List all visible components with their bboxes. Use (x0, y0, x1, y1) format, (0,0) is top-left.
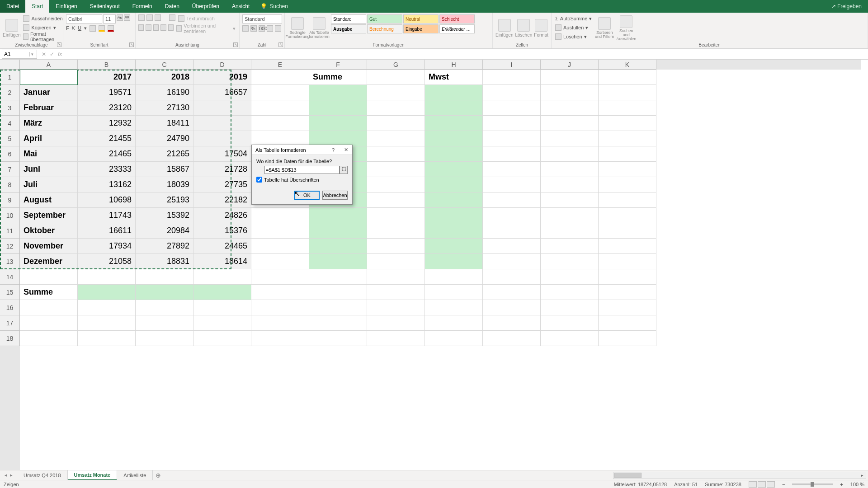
sheet-tab-artikelliste[interactable]: Artikelliste (117, 470, 153, 480)
share-button[interactable]: ↗ Freigeben (831, 3, 862, 9)
cell-K8[interactable] (599, 177, 656, 192)
cell-H10[interactable] (425, 208, 483, 223)
cell-I9[interactable] (483, 192, 541, 208)
cell-K11[interactable] (599, 223, 656, 239)
column-header-F[interactable]: F (309, 60, 367, 70)
cell-B14[interactable] (78, 269, 136, 285)
cell-D8[interactable]: 27735 (193, 177, 251, 192)
sheet-nav[interactable]: ◂▸ (0, 472, 17, 478)
dialog-help-button[interactable]: ? (327, 145, 340, 155)
cell-C17[interactable] (136, 315, 193, 331)
row-header-3[interactable]: 3 (0, 100, 20, 116)
row-header-10[interactable]: 10 (0, 208, 20, 223)
cell-H5[interactable] (425, 131, 483, 146)
cell-I8[interactable] (483, 177, 541, 192)
cell-E4[interactable] (251, 116, 309, 131)
cell-F16[interactable] (309, 300, 367, 315)
cell-H4[interactable] (425, 116, 483, 131)
cell-E2[interactable] (251, 85, 309, 100)
add-sheet-button[interactable]: ⊕ (153, 472, 164, 479)
copy-button[interactable]: Kopieren ▾ (22, 23, 63, 32)
cell-G4[interactable] (367, 116, 425, 131)
scroll-right-icon[interactable]: ▸ (859, 472, 866, 479)
column-header-B[interactable]: B (78, 60, 136, 70)
cell-J6[interactable] (541, 146, 599, 162)
format-cells-button[interactable]: Format (534, 14, 548, 42)
currency-icon[interactable] (242, 25, 249, 32)
fill-button[interactable]: Ausfüllen ▾ (554, 23, 593, 32)
cell-K5[interactable] (599, 131, 656, 146)
cell-K3[interactable] (599, 100, 656, 116)
cell-A11[interactable]: Oktober (20, 223, 78, 239)
cell-B2[interactable]: 19571 (78, 85, 136, 100)
cell-K18[interactable] (599, 331, 656, 346)
cell-I2[interactable] (483, 85, 541, 100)
cell-G8[interactable] (367, 177, 425, 192)
font-size-combo[interactable]: 11 (103, 14, 116, 23)
cell-B6[interactable]: 21465 (78, 146, 136, 162)
cell-F14[interactable] (309, 269, 367, 285)
cell-H16[interactable] (425, 300, 483, 315)
formula-input[interactable] (66, 50, 868, 59)
cell-B4[interactable]: 12932 (78, 116, 136, 131)
cell-J5[interactable] (541, 131, 599, 146)
row-header-14[interactable]: 14 (0, 269, 20, 285)
cell-B12[interactable]: 17934 (78, 239, 136, 254)
cell-C7[interactable]: 15867 (136, 162, 193, 177)
column-header-G[interactable]: G (367, 60, 425, 70)
cell-J8[interactable] (541, 177, 599, 192)
cell-D10[interactable]: 24826 (193, 208, 251, 223)
column-header-I[interactable]: I (483, 60, 541, 70)
cell-K2[interactable] (599, 85, 656, 100)
normal-view-icon[interactable] (749, 481, 757, 488)
cell-C13[interactable]: 18831 (136, 254, 193, 269)
wrap-text-button[interactable]: Textumbruch (177, 14, 216, 23)
cell-C6[interactable]: 21265 (136, 146, 193, 162)
increase-decimal-icon[interactable] (267, 25, 273, 32)
cell-I13[interactable] (483, 254, 541, 269)
cell-A16[interactable] (20, 300, 78, 315)
cell-A6[interactable]: Mai (20, 146, 78, 162)
ribbon-tab-ansicht[interactable]: Ansicht (226, 0, 256, 13)
dialog-launcher-icon[interactable]: ⤡ (233, 42, 238, 47)
align-middle-icon[interactable] (146, 14, 153, 21)
table-range-input[interactable] (264, 166, 340, 174)
cell-J9[interactable] (541, 192, 599, 208)
cell-A10[interactable]: September (20, 208, 78, 223)
range-selector-icon[interactable]: ⬚ (340, 166, 348, 174)
cell-H15[interactable] (425, 285, 483, 300)
cell-B15[interactable] (78, 285, 136, 300)
scrollbar-thumb[interactable] (614, 473, 642, 478)
find-select-button[interactable]: Suchen und Auswählen (616, 14, 636, 42)
row-header-13[interactable]: 13 (0, 254, 20, 269)
cell-J2[interactable] (541, 85, 599, 100)
cell-E10[interactable] (251, 208, 309, 223)
tell-me-search[interactable]: 💡 Suchen (260, 3, 288, 9)
cell-style-standard[interactable]: Standard (331, 14, 366, 23)
row-header-16[interactable]: 16 (0, 300, 20, 315)
cell-E5[interactable] (251, 131, 309, 146)
row-headers[interactable]: 123456789101112131415161718 (0, 70, 20, 472)
dialog-launcher-icon[interactable]: ⤡ (129, 42, 134, 47)
cell-F5[interactable] (309, 131, 367, 146)
row-header-1[interactable]: 1 (0, 70, 20, 85)
row-header-17[interactable]: 17 (0, 315, 20, 331)
cell-style-berechnung[interactable]: Berechnung (367, 24, 402, 33)
merge-button[interactable]: Verbinden und zentrieren ▾ (175, 24, 236, 33)
clear-button[interactable]: Löschen ▾ (554, 33, 593, 41)
cell-C10[interactable]: 15392 (136, 208, 193, 223)
fill-color-icon[interactable] (99, 25, 105, 32)
cell-C1[interactable]: 2018 (136, 70, 193, 85)
cell-G10[interactable] (367, 208, 425, 223)
cell-A1[interactable] (20, 70, 78, 85)
ribbon-tab-datei[interactable]: Datei (0, 0, 25, 13)
cell-E12[interactable] (251, 239, 309, 254)
cell-G14[interactable] (367, 269, 425, 285)
cell-I16[interactable] (483, 300, 541, 315)
cell-A13[interactable]: Dezember (20, 254, 78, 269)
cell-E18[interactable] (251, 331, 309, 346)
cell-I4[interactable] (483, 116, 541, 131)
cell-D13[interactable]: 18614 (193, 254, 251, 269)
cell-E13[interactable] (251, 254, 309, 269)
font-color-icon[interactable] (108, 25, 114, 32)
